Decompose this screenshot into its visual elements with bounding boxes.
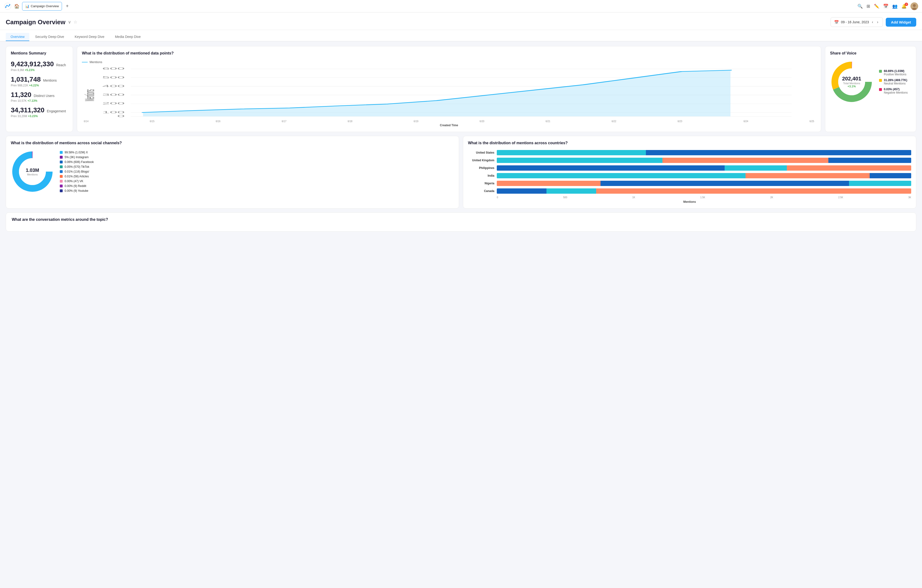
active-tab[interactable]: 📊 Campaign Overview [22,2,62,11]
date-next-button[interactable]: › [876,20,879,25]
bar-track-ph [497,165,911,171]
mentions-label: Mentions [43,78,57,82]
distinct-users-metric: 11,320 Distinct Users Prev 10,57K +7.13% [11,91,68,103]
channel-x-label: 99.58% (1.02M) X [65,151,88,154]
channels-center-label: Mentions [26,173,39,176]
bell-icon[interactable]: 🔔 3 [901,3,907,9]
reach-sub: Prev 8,9M +5.23% [11,69,68,72]
tab-bar: Overview Security Deep-Dive Keyword Deep… [0,30,922,41]
channel-instagram-dot [60,156,63,158]
users-icon[interactable]: 👥 [892,3,897,9]
bottom-teaser-card: What are the conversation metrics around… [6,212,916,232]
countries-content: United States United Kingdom Phil [468,150,911,204]
chart-legend: Mentions [82,60,816,64]
svg-text:200: 200 [102,102,125,105]
grid-icon[interactable]: ⊞ [866,3,870,9]
svg-text:Mentions: Mentions [82,89,97,101]
countries-x-axis: 0 500 1K 1.5K 2K 2.5K 3K [468,196,911,199]
channel-tiktok-dot [60,165,63,168]
channel-articles-label: 0.01% (58) Articles [65,175,89,178]
date-range-picker[interactable]: 📅 09 - 16 June, 2023 ‹ › [830,17,883,27]
channel-reddit-dot [60,185,63,188]
bar-seg-uk-2 [662,158,828,163]
tab-overview[interactable]: Overview [6,33,29,41]
bar-seg-canada-1 [497,188,546,194]
svg-point-2 [9,4,10,5]
main-content: Mentions Summary 9,423,912,330 Reach Pre… [0,41,922,237]
user-avatar[interactable] [911,2,918,10]
topbar: 🏠 📊 Campaign Overview + 🔍 ⊞ ✏️ 📅 👥 🔔 3 [0,0,922,13]
channel-instagram: 5% (3K) Instagram [60,155,454,159]
channel-tiktok: 0.05% (570) TikTok [60,165,454,168]
sov-neutral: 31.28% (469.77K) Neutral Mentions [879,78,907,85]
bar-seg-ph-3 [787,165,911,171]
bar-track-india [497,173,911,178]
reach-change: +5.23% [25,69,34,72]
bar-track-canada [497,188,911,194]
calendar-icon[interactable]: 📅 [883,3,888,9]
channel-x: 99.58% (1.02M) X [60,151,454,154]
bar-track-us [497,150,911,155]
bar-label-india: India [468,174,494,177]
chart-x-title: Created Time [82,124,816,127]
bar-seg-india-1 [497,173,745,178]
sov-donut-chart: 202,401 Total Mentions +3.1% [830,60,873,103]
date-prev-button[interactable]: ‹ [871,20,874,25]
channels-center-value: 1.03M [26,168,39,173]
bar-seg-ph-2 [725,165,787,171]
search-icon[interactable]: 🔍 [857,3,863,9]
engagement-label: Engagement [47,109,66,113]
channel-vk: 0.00% (47) VK [60,180,454,183]
mentions-summary-title: Mentions Summary [11,51,68,56]
bar-track-nigeria [497,181,911,186]
channel-youtube-label: 0.00% (9) Youtube [65,189,88,193]
channel-instagram-label: 5% (3K) Instagram [65,155,88,159]
share-of-voice-title: Share of Voice [830,51,911,56]
add-widget-button[interactable]: Add Widget [886,18,916,27]
legend-label: Mentions [90,60,102,64]
tab-media-deep-dive[interactable]: Media Deep Dive [110,33,145,41]
home-icon[interactable]: 🏠 [13,3,20,10]
channels-content: 1.03M Mentions 99.58% (1.02M) X 5% (3K) … [11,150,454,193]
sov-negative-dot [879,88,882,91]
edit-icon[interactable]: ✏️ [874,3,879,9]
mentions-value: 1,031,748 [11,75,41,83]
sov-total: 202,401 [842,75,861,82]
channels-donut-chart: 1.03M Mentions [11,150,54,193]
bar-row-india: India [468,173,911,178]
tab-security-deep-dive[interactable]: Security Deep-Dive [30,33,69,41]
bar-seg-india-2 [745,173,870,178]
channel-vk-label: 0.00% (47) VK [65,180,83,183]
add-tab-button[interactable]: + [64,3,70,10]
channel-blogs-label: 0.01% (116) Blogs/ [65,170,89,173]
sov-content: 202,401 Total Mentions +3.1% 68.69% (1.0… [830,60,911,103]
bar-seg-nigeria-2 [600,181,849,186]
sov-positive-dot [879,70,882,73]
notification-badge: 3 [905,3,908,6]
bar-label-canada: Canada [468,189,494,193]
distribution-chart-card: What is the distribution of mentioned da… [77,46,821,132]
page-header: Campaign Overview ∨ ☆ 📅 09 - 16 June, 20… [0,13,922,30]
countries-title: What is the distribution of mentions acr… [468,141,911,145]
engagement-sub: Prev 33,20M +3.23% [11,114,68,118]
distribution-chart-title: What is the distribution of mentioned da… [82,51,816,56]
channel-youtube-dot [60,189,63,192]
sov-positive-text: 68.69% (1.03M) Positive Mentions [884,69,906,76]
bar-seg-us-2 [646,150,911,155]
channel-tiktok-label: 0.05% (570) TikTok [65,165,89,168]
line-chart-svg: 600 500 400 300 200 100 0 Mentions [82,66,816,119]
sov-neutral-dot [879,79,882,82]
bar-label-uk: United Kingdom [468,158,494,162]
title-chevron-icon[interactable]: ∨ [68,20,71,25]
legend-line [82,62,88,62]
countries-card: What is the distribution of mentions acr… [463,136,916,209]
bar-label-nigeria: Nigeria [468,182,494,185]
sov-legend: 68.69% (1.03M) Positive Mentions 31.28% … [879,69,907,94]
title-star-icon[interactable]: ☆ [74,20,77,25]
bar-row-canada: Canada [468,188,911,194]
svg-text:400: 400 [102,85,125,88]
reach-value: 9,423,912,330 [11,60,54,68]
tab-keyword-deep-dive[interactable]: Keyword Deep Dive [70,33,109,41]
channels-donut-center: 1.03M Mentions [26,168,39,176]
engagement-metric: 34,311,320 Engagement Prev 33,20M +3.23% [11,106,68,118]
